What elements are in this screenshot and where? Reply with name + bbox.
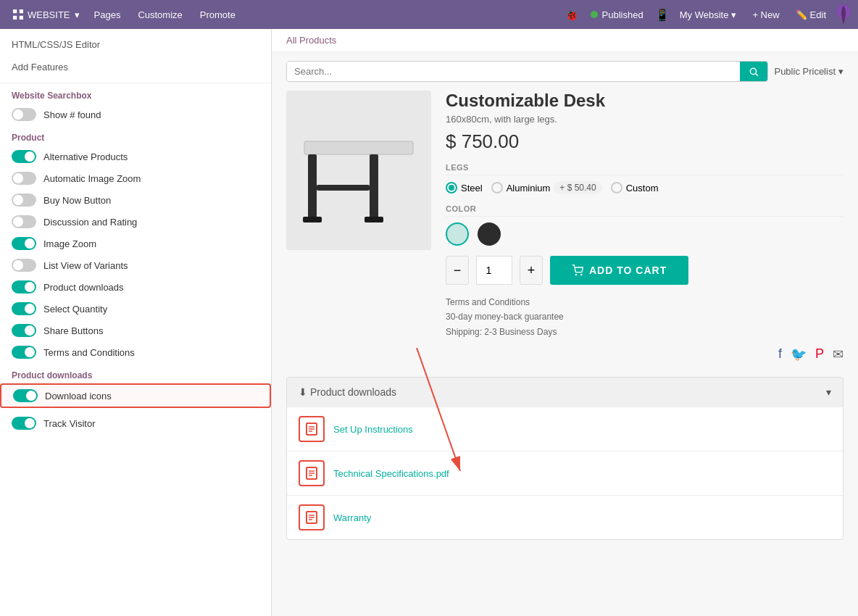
published-toggle[interactable]: Published: [583, 9, 651, 20]
leg-option-aluminium[interactable]: Aluminium + $ 50.40: [491, 181, 602, 194]
product-section: Customizable Desk 160x80cm, with large l…: [272, 91, 858, 377]
sidebar-top-bar: HTML/CSS/JS Editor Add Features: [0, 29, 271, 83]
breadcrumb-bar: All Products: [272, 29, 858, 52]
quantity-decrease-button[interactable]: −: [446, 256, 469, 285]
toggle-track-visitor[interactable]: Track Visitor: [0, 412, 271, 434]
twitter-icon[interactable]: 🐦: [791, 346, 807, 362]
product-image-area: [286, 91, 431, 362]
sidebar-item-add-features[interactable]: Add Features: [12, 57, 259, 77]
color-swatch-light[interactable]: [446, 222, 469, 246]
top-nav: WEBSITE ▾ Pages Customize Promote 🐞 Publ…: [0, 0, 858, 29]
svg-rect-3: [20, 16, 23, 20]
toggle-alternative-products[interactable]: Alternative Products: [0, 146, 271, 167]
svg-rect-12: [365, 217, 383, 222]
svg-rect-2: [13, 16, 17, 20]
terms-block: Terms and Conditions 30-day money-back g…: [446, 295, 844, 339]
main-layout: HTML/CSS/JS Editor Add Features Website …: [0, 29, 858, 616]
facebook-icon[interactable]: f: [778, 346, 782, 362]
nav-promote[interactable]: Promote: [191, 0, 244, 29]
product-description: 160x80cm, with large legs.: [446, 114, 844, 125]
quantity-increase-button[interactable]: +: [520, 256, 543, 285]
odoo-logo: [836, 4, 851, 25]
pricelist-button[interactable]: Public Pricelist ▾: [774, 66, 844, 77]
downloads-header[interactable]: ⬇ Product downloads ▾: [287, 378, 843, 407]
breadcrumb-all-products[interactable]: All Products: [286, 35, 336, 46]
pdf-svg: [306, 423, 317, 436]
pinterest-icon[interactable]: P: [815, 346, 824, 362]
product-price: $ 750.00: [446, 130, 844, 153]
svg-rect-13: [317, 185, 370, 191]
legs-label: LEGS: [446, 163, 844, 175]
sidebar: HTML/CSS/JS Editor Add Features Website …: [0, 29, 272, 616]
svg-point-6: [751, 68, 757, 74]
new-button[interactable]: + New: [746, 9, 785, 20]
content-area: All Products Public Pricelist ▾: [272, 29, 858, 616]
toggle-download-icons[interactable]: Download icons: [0, 383, 271, 408]
toggle-auto-image-zoom[interactable]: Automatic Image Zoom: [0, 167, 271, 189]
mobile-icon[interactable]: 📱: [655, 8, 670, 22]
svg-point-14: [575, 274, 576, 275]
nav-pages[interactable]: Pages: [86, 0, 130, 29]
download-link-1[interactable]: Technical Specifications.pdf: [333, 468, 449, 479]
pdf-icon-2: [299, 504, 325, 530]
svg-line-7: [756, 73, 758, 75]
edit-button[interactable]: ✏️ Edit: [790, 9, 832, 20]
leg-option-steel[interactable]: Steel: [446, 182, 483, 193]
downloads-section: ⬇ Product downloads ▾ Set Up Instruction…: [286, 377, 844, 540]
my-website-button[interactable]: My Website ▾: [674, 9, 743, 20]
toggle-show-found[interactable]: Show # found: [0, 104, 271, 125]
toggle-share-buttons[interactable]: Share Buttons: [0, 320, 271, 341]
product-details: Customizable Desk 160x80cm, with large l…: [446, 91, 844, 362]
download-item-0: Set Up Instructions: [287, 407, 843, 451]
website-brand[interactable]: WEBSITE ▾: [7, 9, 86, 20]
download-link-2[interactable]: Warranty: [333, 512, 371, 523]
svg-rect-0: [13, 9, 17, 13]
legs-options: Steel Aluminium + $ 50.40 Custom: [446, 181, 844, 194]
product-image: [286, 91, 431, 250]
color-swatch-dark[interactable]: [478, 222, 501, 246]
toggle-list-view-variants[interactable]: List View of Variants: [0, 254, 271, 276]
color-label: COLOR: [446, 204, 844, 217]
social-row: f 🐦 P ✉: [446, 346, 844, 362]
toggle-terms-conditions[interactable]: Terms and Conditions: [0, 341, 271, 363]
pdf-icon-1: [299, 460, 325, 486]
email-icon[interactable]: ✉: [833, 346, 844, 362]
search-box: [286, 61, 768, 82]
published-label: Published: [602, 9, 644, 20]
add-to-cart-button[interactable]: ADD TO CART: [550, 256, 688, 285]
aluminium-price-badge: + $ 50.40: [554, 181, 601, 194]
toggle-discussion-rating[interactable]: Discussion and Rating: [0, 211, 271, 233]
sidebar-item-html-editor[interactable]: HTML/CSS/JS Editor: [12, 35, 259, 54]
search-input[interactable]: [287, 62, 740, 81]
download-link-0[interactable]: Set Up Instructions: [333, 424, 413, 435]
subsection-product-downloads: Product downloads: [0, 363, 271, 383]
cart-icon: [572, 265, 583, 276]
svg-rect-11: [303, 217, 322, 222]
svg-point-15: [581, 274, 582, 275]
search-button[interactable]: [740, 62, 767, 81]
color-options: [446, 222, 844, 246]
section-website-searchbox: Website Searchbox: [0, 83, 271, 104]
toggle-show-found-switch[interactable]: [12, 108, 36, 121]
download-item-1: Technical Specifications.pdf: [287, 451, 843, 495]
toggle-buy-now[interactable]: Buy Now Button: [0, 189, 271, 211]
pdf-icon-0: [299, 416, 325, 442]
section-product: Product: [0, 125, 271, 146]
svg-rect-1: [20, 9, 23, 13]
add-to-cart-row: − + ADD TO CART: [446, 256, 844, 285]
toggle-product-downloads[interactable]: Product downloads: [0, 276, 271, 298]
bug-icon: 🐞: [565, 8, 579, 22]
toggle-select-quantity[interactable]: Select Quantity: [0, 298, 271, 320]
nav-right: 🐞 Published 📱 My Website ▾ + New ✏️ Edit: [565, 4, 851, 25]
product-name: Customizable Desk: [446, 91, 844, 111]
leg-option-custom[interactable]: Custom: [611, 182, 659, 193]
search-area: Public Pricelist ▾: [272, 52, 858, 91]
svg-rect-10: [370, 154, 378, 220]
downloads-chevron: ▾: [826, 386, 831, 398]
nav-customize[interactable]: Customize: [129, 0, 191, 29]
desk-illustration: [297, 98, 420, 243]
published-dot: [591, 11, 598, 18]
toggle-image-zoom[interactable]: Image Zoom: [0, 233, 271, 254]
download-item-2: Warranty: [287, 495, 843, 539]
quantity-input[interactable]: [476, 256, 512, 285]
